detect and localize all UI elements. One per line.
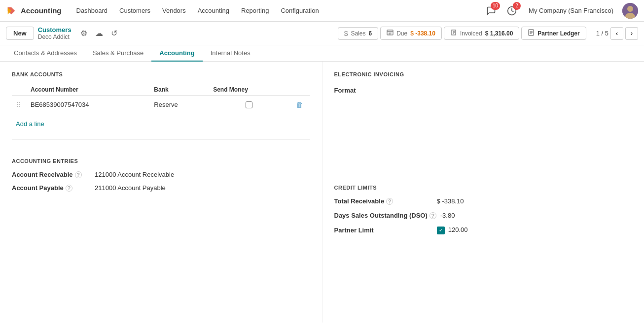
account-receivable-value[interactable]: 121000 Account Receivable bbox=[95, 171, 174, 178]
sales-icon: $ bbox=[344, 30, 348, 37]
accounting-entries-title: ACCOUNTING ENTRIES bbox=[12, 158, 310, 164]
col-send-money: Send Money bbox=[209, 84, 288, 96]
nav-accounting[interactable]: Accounting bbox=[193, 5, 234, 16]
cloud-button[interactable]: ☁ bbox=[92, 27, 106, 40]
main-content: BANK ACCOUNTS Account Number Bank Send M… bbox=[0, 62, 644, 323]
account-receivable-row: Account Receivable ? 121000 Account Rece… bbox=[12, 171, 310, 178]
days-sales-row: Days Sales Outstanding (DSO) ? -3.80 bbox=[334, 212, 633, 219]
format-label: Format bbox=[334, 87, 384, 94]
partner-limit-row: Partner Limit ✓ 120.00 bbox=[334, 226, 633, 234]
days-sales-label: Days Sales Outstanding (DSO) ? bbox=[334, 212, 436, 219]
partner-limit-value: ✓ 120.00 bbox=[437, 226, 468, 234]
format-value[interactable] bbox=[384, 84, 482, 96]
bank-accounts-title: BANK ACCOUNTS bbox=[12, 71, 310, 77]
partner-ledger-label: Partner Ledger bbox=[537, 30, 579, 37]
bank-cell[interactable]: Reserve bbox=[150, 96, 209, 114]
col-actions bbox=[289, 84, 310, 96]
days-sales-value: -3.80 bbox=[440, 212, 455, 219]
col-drag bbox=[12, 84, 27, 96]
electronic-invoicing-title: ELECTRONIC INVOICING bbox=[334, 71, 633, 77]
pagination: 1 / 5 ‹ › bbox=[596, 27, 638, 40]
col-account-number: Account Number bbox=[27, 84, 150, 96]
right-panel: ELECTRONIC INVOICING Format CREDIT LIMIT… bbox=[322, 62, 644, 323]
format-row: Format bbox=[334, 84, 633, 96]
left-panel: BANK ACCOUNTS Account Number Bank Send M… bbox=[0, 62, 322, 323]
receivable-help-icon[interactable]: ? bbox=[75, 171, 82, 178]
invoiced-icon bbox=[450, 29, 457, 37]
invoiced-label: Invoiced bbox=[460, 30, 482, 37]
tab-internal-notes[interactable]: Internal Notes bbox=[203, 45, 258, 62]
delete-row-button[interactable]: 🗑 bbox=[293, 99, 306, 110]
partner-limit-label: Partner Limit bbox=[334, 227, 433, 234]
account-receivable-label: Account Receivable ? bbox=[12, 171, 91, 178]
divider-2 bbox=[12, 148, 310, 148]
invoiced-button[interactable]: Invoiced $ 1,316.00 bbox=[444, 27, 519, 40]
pagination-text: 1 / 5 bbox=[596, 30, 608, 37]
tab-accounting[interactable]: Accounting bbox=[151, 45, 203, 62]
messages-button[interactable]: 10 bbox=[483, 3, 499, 19]
due-icon bbox=[387, 29, 394, 37]
nav-customers[interactable]: Customers bbox=[114, 5, 155, 16]
tab-sales[interactable]: Sales & Purchase bbox=[85, 45, 151, 62]
account-payable-label: Account Payable ? bbox=[12, 184, 91, 192]
app-logo bbox=[6, 5, 17, 16]
stat-buttons: $ Sales 6 Due $ -338.10 bbox=[338, 27, 586, 40]
col-bank: Bank bbox=[150, 84, 209, 96]
total-receivable-row: Total Receivable ? $ -338.10 bbox=[334, 197, 633, 205]
tab-contacts[interactable]: Contacts & Addresses bbox=[6, 45, 85, 62]
credit-limits-title: CREDIT LIMITS bbox=[334, 185, 633, 191]
user-avatar[interactable] bbox=[622, 3, 638, 19]
breadcrumb-area: Customers Deco Addict bbox=[38, 26, 72, 40]
due-label: Due bbox=[396, 30, 407, 37]
record-name: Deco Addict bbox=[38, 33, 72, 40]
account-payable-row: Account Payable ? 211000 Account Payable bbox=[12, 184, 310, 192]
total-receivable-label: Total Receivable ? bbox=[334, 197, 433, 205]
divider-1 bbox=[12, 139, 310, 140]
account-number-cell[interactable]: BE68539007547034 bbox=[27, 96, 150, 114]
total-receivable-help[interactable]: ? bbox=[386, 198, 393, 205]
due-value: $ -338.10 bbox=[410, 30, 435, 37]
tabs-bar: Contacts & Addresses Sales & Purchase Ac… bbox=[0, 45, 644, 62]
breadcrumb-link[interactable]: Customers bbox=[38, 26, 72, 33]
payable-help-icon[interactable]: ? bbox=[66, 185, 72, 192]
table-row: ⠿ BE68539007547034 Reserve 🗑 bbox=[12, 96, 310, 114]
partner-limit-checkbox[interactable]: ✓ bbox=[437, 227, 445, 234]
new-button[interactable]: New bbox=[6, 27, 34, 40]
due-button[interactable]: Due $ -338.10 bbox=[380, 27, 442, 40]
clock-button[interactable]: 2 bbox=[504, 3, 520, 19]
messages-badge: 10 bbox=[491, 2, 500, 10]
company-name: My Company (San Francisco) bbox=[529, 7, 613, 14]
action-bar: New Customers Deco Addict ⚙ ☁ ↺ $ Sales … bbox=[0, 22, 644, 45]
bank-accounts-table: Account Number Bank Send Money ⠿ BE68539… bbox=[12, 84, 310, 114]
partner-ledger-button[interactable]: Partner Ledger bbox=[521, 27, 586, 40]
app-name: Accounting bbox=[21, 6, 62, 15]
add-line-button[interactable]: Add a line bbox=[12, 116, 48, 131]
accounting-entries-section: ACCOUNTING ENTRIES Account Receivable ? … bbox=[12, 158, 310, 192]
electronic-invoicing-section: ELECTRONIC INVOICING Format bbox=[334, 71, 633, 96]
sales-button[interactable]: $ Sales 6 bbox=[338, 27, 379, 40]
sales-value: 6 bbox=[369, 30, 372, 37]
drag-handle[interactable]: ⠿ bbox=[16, 101, 21, 109]
refresh-button[interactable]: ↺ bbox=[108, 27, 120, 40]
svg-point-2 bbox=[627, 6, 633, 12]
credit-limits-section: CREDIT LIMITS Total Receivable ? $ -338.… bbox=[334, 185, 633, 234]
top-nav: Accounting Dashboard Customers Vendors A… bbox=[0, 0, 644, 22]
nav-configuration[interactable]: Configuration bbox=[276, 5, 323, 16]
sales-label: Sales bbox=[351, 30, 365, 37]
clock-badge: 2 bbox=[513, 2, 521, 10]
invoiced-value: $ 1,316.00 bbox=[485, 30, 513, 37]
next-page-button[interactable]: › bbox=[625, 27, 638, 40]
settings-button[interactable]: ⚙ bbox=[77, 27, 90, 40]
send-money-cell bbox=[209, 96, 288, 114]
days-sales-help[interactable]: ? bbox=[429, 212, 436, 219]
prev-page-button[interactable]: ‹ bbox=[610, 27, 623, 40]
send-money-checkbox[interactable] bbox=[246, 101, 252, 108]
account-payable-value[interactable]: 211000 Account Payable bbox=[95, 184, 166, 192]
nav-reporting[interactable]: Reporting bbox=[236, 5, 274, 16]
total-receivable-value: $ -338.10 bbox=[437, 197, 464, 205]
nav-vendors[interactable]: Vendors bbox=[157, 5, 191, 16]
partner-ledger-icon bbox=[528, 29, 535, 37]
nav-icons: 10 2 My Company (San Francisco) bbox=[483, 3, 638, 19]
nav-dashboard[interactable]: Dashboard bbox=[72, 5, 113, 16]
action-tools: ⚙ ☁ ↺ bbox=[77, 27, 120, 40]
